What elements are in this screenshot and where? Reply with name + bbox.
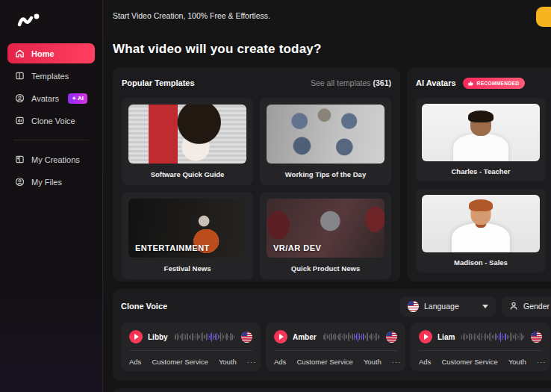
template-caption: Quick Product News xyxy=(267,264,385,273)
avatar-card[interactable]: Charles - Teacher xyxy=(416,98,546,181)
more-tags-button[interactable]: ··· xyxy=(537,358,547,366)
sidebar-item-clone-voice[interactable]: Clone Voice xyxy=(7,111,95,131)
sidebar: Home Templates Avatars ✦AI Clone Voice M… xyxy=(0,0,103,392)
ai-avatars-title: AI Avatars xyxy=(416,78,456,87)
ai-avatars-panel: AI Avatars RECOMMENDED Charles - Teacher xyxy=(407,67,551,281)
play-button[interactable] xyxy=(129,330,143,343)
voice-card[interactable]: Amber Ads Customer Service Youth ··· xyxy=(266,323,405,371)
template-thumbnail: VR/AR DEV xyxy=(267,199,385,258)
template-thumbnail xyxy=(128,105,246,164)
sidebar-item-templates[interactable]: Templates xyxy=(7,66,95,86)
sparkle-icon: ✦ xyxy=(72,96,76,102)
voice-tag[interactable]: Youth xyxy=(508,358,526,366)
my-creations-icon xyxy=(15,155,25,164)
template-caption: Software Quick Guide xyxy=(128,170,246,179)
voice-tag[interactable]: Youth xyxy=(364,358,382,366)
sidebar-item-label: Templates xyxy=(31,72,69,81)
waveform xyxy=(461,331,524,343)
see-all-templates-link[interactable]: See all templates (361) xyxy=(311,78,391,87)
app-window: Home Templates Avatars ✦AI Clone Voice M… xyxy=(0,0,551,392)
avatar-card[interactable]: Madison - Sales xyxy=(416,189,546,273)
ai-badge: ✦AI xyxy=(68,93,87,104)
sidebar-item-my-files[interactable]: My Files xyxy=(7,172,95,192)
clone-voice-icon xyxy=(15,116,25,125)
us-flag-icon xyxy=(386,332,397,343)
sidebar-nav: Home Templates Avatars ✦AI Clone Voice M… xyxy=(0,43,102,192)
us-flag-icon xyxy=(241,332,252,343)
avatar-torso xyxy=(453,134,508,161)
templates-icon xyxy=(15,71,25,81)
home-icon xyxy=(15,49,25,58)
us-flag-icon xyxy=(408,301,419,312)
voice-tag[interactable]: Ads xyxy=(129,358,141,366)
voice-card[interactable]: Liam Ads Customer Service Youth ··· xyxy=(411,323,550,371)
promo-text: Start Video Creation, 100% Free & Effort… xyxy=(113,11,270,20)
popular-templates-panel: Popular Templates See all templates (361… xyxy=(113,67,400,281)
voice-card[interactable]: Libby Ads Customer Service Youth ··· xyxy=(121,323,261,371)
divider xyxy=(419,350,542,351)
avatar-caption: Charles - Teacher xyxy=(422,167,540,176)
my-files-icon xyxy=(15,177,25,187)
language-dropdown-label: Language xyxy=(424,302,459,311)
person-icon xyxy=(509,302,518,311)
language-dropdown[interactable]: Language xyxy=(400,296,496,317)
more-tags-button[interactable]: ··· xyxy=(392,358,402,366)
sidebar-item-label: Home xyxy=(31,49,55,58)
template-card[interactable]: ENTERTAINMENT Festival News xyxy=(122,192,253,279)
sidebar-item-home[interactable]: Home xyxy=(7,43,95,63)
play-button[interactable] xyxy=(419,330,432,343)
more-tags-button[interactable]: ··· xyxy=(247,358,257,366)
clone-voice-panel: Clone Voice Language Gender xyxy=(113,289,551,381)
voice-tag[interactable]: Customer Service xyxy=(296,358,353,366)
sidebar-item-label: Clone Voice xyxy=(31,116,75,125)
template-card[interactable]: VR/AR DEV Quick Product News xyxy=(260,192,391,279)
avatar-caption: Madison - Sales xyxy=(422,258,540,267)
sidebar-item-avatars[interactable]: Avatars ✦AI xyxy=(7,88,95,108)
sidebar-item-label: My Creations xyxy=(31,155,80,164)
sidebar-item-label: My Files xyxy=(31,178,62,187)
chevron-down-icon xyxy=(482,305,488,308)
popular-templates-title: Popular Templates xyxy=(122,78,195,87)
sidebar-item-label: Avatars xyxy=(31,94,59,103)
template-card[interactable]: Software Quick Guide xyxy=(122,98,253,185)
page-title: What video will you create today? xyxy=(113,42,551,57)
sidebar-item-my-creations[interactable]: My Creations xyxy=(7,149,95,169)
avatars-icon xyxy=(15,93,25,103)
template-card[interactable]: Working Tips of the Day xyxy=(260,98,391,185)
thumbnail-overlay-text: VR/AR DEV xyxy=(273,243,321,252)
recommended-badge: RECOMMENDED xyxy=(463,78,526,89)
clone-voice-title: Clone Voice xyxy=(121,302,167,311)
voice-tag[interactable]: Customer Service xyxy=(152,358,208,366)
play-button[interactable] xyxy=(274,330,287,343)
voice-name: Libby xyxy=(148,333,168,341)
sidebar-divider xyxy=(13,140,89,140)
voice-tag[interactable]: Customer Service xyxy=(441,358,498,366)
voice-tag[interactable]: Ads xyxy=(419,358,431,366)
waveform xyxy=(323,331,379,343)
main-area: Start Video Creation, 100% Free & Effort… xyxy=(103,0,551,392)
templates-grid: Software Quick Guide Working Tips of the… xyxy=(122,98,391,279)
gender-dropdown[interactable]: Gender xyxy=(502,296,551,317)
voice-tag[interactable]: Ads xyxy=(274,358,286,366)
avatar-hair xyxy=(468,111,494,122)
app-logo-icon xyxy=(16,10,42,30)
us-flag-icon xyxy=(531,332,542,343)
next-section-peek xyxy=(113,388,551,392)
avatar-torso xyxy=(452,223,510,252)
divider xyxy=(129,350,252,351)
topbar: Start Video Creation, 100% Free & Effort… xyxy=(103,0,551,31)
divider xyxy=(274,350,397,351)
template-thumbnail xyxy=(267,105,385,164)
voice-cards-row: Libby Ads Customer Service Youth ··· xyxy=(121,323,551,371)
content: What video will you create today? Popula… xyxy=(103,42,551,392)
upgrade-button[interactable] xyxy=(536,7,551,27)
voice-name: Amber xyxy=(293,333,317,341)
template-caption: Working Tips of the Day xyxy=(267,170,385,179)
voice-tag[interactable]: Youth xyxy=(219,358,237,366)
waveform xyxy=(175,331,234,343)
template-caption: Festival News xyxy=(128,264,246,273)
template-thumbnail: ENTERTAINMENT xyxy=(128,199,246,258)
avatar-hair xyxy=(469,199,493,211)
thumbs-up-icon xyxy=(467,80,474,87)
voice-name: Liam xyxy=(438,333,455,341)
